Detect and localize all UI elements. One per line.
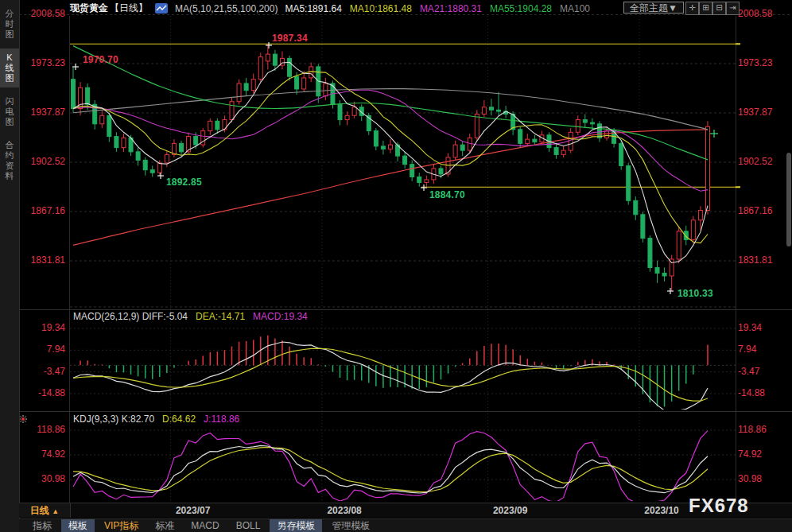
period-tag: 【日线】 <box>110 2 148 15</box>
macd-tick-right: 7.94 <box>738 344 786 355</box>
price-tick-right: 2008.58 <box>738 8 786 19</box>
macd-tick-right: -3.47 <box>738 366 786 377</box>
price-tick-left: 1973.23 <box>17 57 65 68</box>
scrollbar-thumb[interactable] <box>786 153 791 247</box>
sidebar-item-time-chart[interactable]: 分 时 图 <box>0 5 19 44</box>
zoom-horizontal-icon[interactable]: ⊟ <box>712 2 726 15</box>
macd-tick-left: -14.88 <box>17 387 65 398</box>
price-tick-left: 1937.87 <box>17 107 65 118</box>
line-chart-icon <box>155 3 168 14</box>
indicator-value-label: MACD:19.34 <box>253 311 308 322</box>
ma-settings-label: MA(5,10,21,55,100,200) <box>175 3 278 14</box>
macd-panel-header: MACD(26,12,9) DIFF:-5.04DEA:-14.71MACD:1… <box>73 311 308 322</box>
date-label: 2023/09 <box>493 505 527 516</box>
top-header: 现货黄金 【日线】 MA(5,10,21,55,100,200) MA5:189… <box>70 0 590 17</box>
crosshair-icon[interactable]: ✛ <box>685 2 699 15</box>
price-annotation: 1987.34 <box>272 33 308 44</box>
watermark: FX678 <box>689 495 749 517</box>
bottom-tab-2[interactable]: VIP指标 <box>97 519 146 532</box>
indicator-value-label: DEA:-14.71 <box>196 311 245 322</box>
kdj-panel-header: KDJ(9,3,3) K:82.70D:64.62J:118.86 <box>73 414 239 425</box>
price-tick-right: 1937.87 <box>738 107 786 118</box>
ma-value-label: MA55:1904.28 <box>490 3 552 14</box>
price-tick-left: 1867.16 <box>17 205 65 216</box>
macd-panel-divider <box>19 309 792 310</box>
price-annotation: 1810.33 <box>677 288 713 299</box>
macd-tick-right: 19.34 <box>738 322 786 333</box>
indicator-value-label: D:64.62 <box>162 414 196 425</box>
chart-canvas[interactable] <box>0 0 792 532</box>
macd-tick-left: 19.34 <box>17 322 65 333</box>
bottom-tab-0[interactable]: 指标 <box>25 519 59 532</box>
macd-tick-left: 7.94 <box>17 344 65 355</box>
zoom-vertical-icon[interactable]: ⊞ <box>699 2 712 15</box>
date-label: 2023/07 <box>176 505 210 516</box>
ma-value-label: MA100 <box>560 3 590 14</box>
theme-dropdown-button[interactable]: 全部主题▼ <box>623 2 684 14</box>
price-tick-right: 1973.23 <box>738 57 786 68</box>
price-tick-left: 2008.58 <box>17 8 65 19</box>
ma-value-label: MA5:1891.64 <box>285 3 341 14</box>
ma-values: MA5:1891.64MA10:1861.48MA21:1880.31MA55:… <box>285 3 590 14</box>
price-tick-right: 1867.16 <box>738 205 786 216</box>
bottom-tab-5[interactable]: BOLL <box>229 519 268 532</box>
bottom-tab-3[interactable]: 标准 <box>148 519 181 532</box>
sidebar-item-kline-chart[interactable]: K 线 图 <box>0 49 19 87</box>
ma-value-label: MA21:1880.31 <box>420 3 482 14</box>
sidebar-item-lightning-chart[interactable]: 闪 电 图 <box>0 92 19 131</box>
kdj-tick-left: 30.98 <box>17 473 65 484</box>
kdj-panel-divider <box>19 411 792 412</box>
instrument-title: 现货黄金 <box>70 2 108 15</box>
price-tick-left: 1902.52 <box>17 156 65 167</box>
kdj-tick-left: 118.86 <box>17 424 65 435</box>
price-annotation: 1892.85 <box>166 177 202 188</box>
bottom-tab-7[interactable]: 管理模板 <box>324 519 377 532</box>
macd-tick-left: -3.47 <box>17 366 65 377</box>
pan-right-icon[interactable]: ⇥ <box>726 2 740 15</box>
price-annotation: 1970.70 <box>83 54 118 65</box>
price-tick-right: 1831.81 <box>738 254 786 266</box>
date-label: 2023/08 <box>327 505 361 516</box>
date-label: 2023/10 <box>644 505 678 516</box>
price-tick-right: 1902.52 <box>738 156 786 167</box>
period-selector[interactable]: 日线 ▲ <box>19 503 71 518</box>
price-annotation: 1884.70 <box>429 189 465 200</box>
ma-value-label: MA10:1861.48 <box>350 3 412 14</box>
bottom-tab-1[interactable]: 模板 <box>61 519 95 532</box>
bottom-tab-4[interactable]: MACD <box>184 519 226 532</box>
left-sidebar: 分 时 图K 线 图闪 电 图合 约 资 料 <box>0 0 20 532</box>
sidebar-item-contract-info[interactable]: 合 约 资 料 <box>0 136 19 185</box>
kdj-tick-left: 74.92 <box>17 449 65 460</box>
kdj-tick-right: 118.86 <box>738 424 786 435</box>
indicator-value-label: J:118.86 <box>204 414 239 425</box>
kdj-tick-right: 30.98 <box>738 473 786 484</box>
bottom-tab-bar: 指标模板VIP指标标准MACDBOLL另存模板管理模板 <box>19 518 792 532</box>
chart-app: 分 时 图K 线 图闪 电 图合 约 资 料 现货黄金 【日线】 MA(5,10… <box>0 0 792 532</box>
macd-tick-right: -14.88 <box>738 387 786 398</box>
indicator-value-label: MACD(26,12,9) DIFF:-5.04 <box>73 311 188 322</box>
indicator-value-label: KDJ(9,3,3) K:82.70 <box>73 414 154 425</box>
price-tick-left: 1831.81 <box>17 254 65 266</box>
kdj-tick-right: 74.92 <box>738 449 786 460</box>
bottom-tab-6[interactable]: 另存模板 <box>270 519 322 532</box>
